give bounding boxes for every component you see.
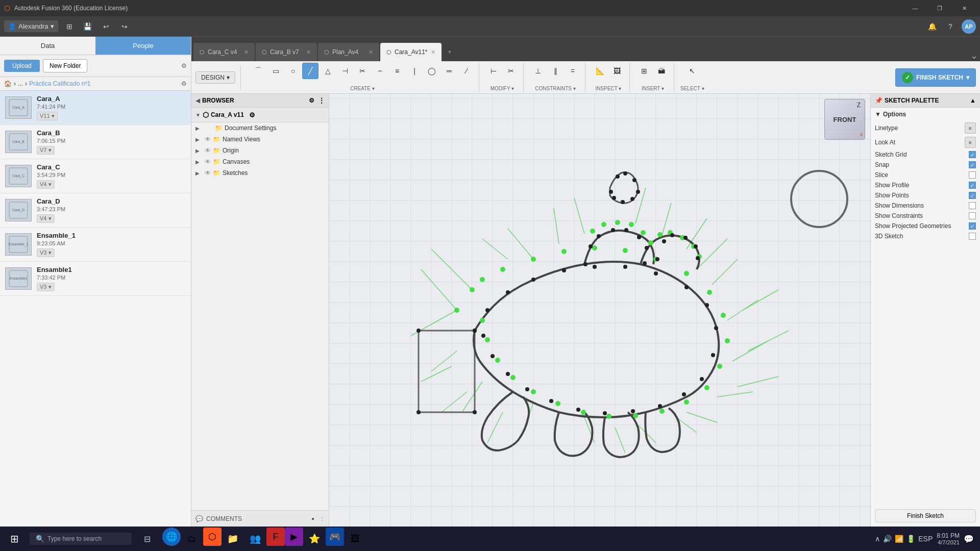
tab-cara_b[interactable]: ⬡ Cara_B v7 ✕ — [256, 43, 317, 61]
tool-equals[interactable]: ═ — [441, 63, 457, 79]
palette-checkbox[interactable] — [969, 202, 976, 209]
browser-item-named-views[interactable]: ▶ 👁 📁 Named Views — [191, 134, 329, 145]
tool-c1[interactable]: ⊥ — [530, 63, 546, 79]
tool-insert1[interactable]: ⊞ — [636, 63, 652, 79]
taskbar-app-orange[interactable]: ⬡ — [203, 528, 222, 546]
palette-icon-btn[interactable]: ≡ — [965, 137, 976, 148]
file-item-cara_b[interactable]: Cara_B Cara_B 7:06:15 PM V7 ▾ — [0, 125, 191, 159]
taskbar-app-blue2[interactable]: 🎮 — [326, 528, 344, 546]
comments-expand-icon[interactable]: ⋮ — [320, 516, 325, 521]
tool-measure[interactable]: ⊢ — [485, 63, 502, 79]
finish-sketch-button[interactable]: ✓ FINISH SKETCH ▾ — [895, 68, 976, 87]
tab-close-icon[interactable]: ✕ — [244, 49, 249, 56]
tool-c2[interactable]: ∥ — [547, 63, 564, 79]
palette-options-header[interactable]: ▼ Options — [875, 111, 976, 118]
sidebar-tab-data[interactable]: Data — [0, 37, 95, 55]
notification-button[interactable]: 🔔 — [925, 19, 939, 34]
file-item-cara_d[interactable]: Cara_D Cara_D 3:47:23 PM V4 ▾ — [0, 193, 191, 228]
palette-checkbox[interactable] — [969, 233, 976, 240]
main-canvas[interactable]: Z FRONT x — [329, 94, 870, 527]
taskbar-app-star[interactable]: ⭐ — [303, 528, 326, 550]
browser-item-canvases[interactable]: ▶ 👁 📁 Canvases — [191, 156, 329, 167]
tab-close-icon[interactable]: ✕ — [431, 49, 435, 56]
taskbar-app-chrome[interactable]: 🌐 — [162, 528, 181, 546]
redo-button[interactable]: ↪ — [117, 19, 132, 34]
tool-inspect1[interactable]: 📐 — [592, 63, 608, 79]
palette-checkbox[interactable] — [969, 151, 976, 158]
tool-vline[interactable]: | — [406, 63, 423, 79]
tool-trim[interactable]: ✂ — [503, 63, 519, 79]
breadcrumb-home-icon[interactable]: 🏠 — [4, 80, 12, 87]
tool-scissors[interactable]: ✂ — [354, 63, 371, 79]
palette-checkbox[interactable] — [969, 222, 976, 230]
tool-circle[interactable]: ○ — [285, 63, 301, 79]
comments-collapse-icon[interactable]: ● — [311, 516, 314, 521]
help-button[interactable]: ? — [943, 19, 958, 34]
lang-indicator[interactable]: ESP — [918, 535, 933, 543]
taskbar-search[interactable]: 🔍 Type here to search — [30, 533, 132, 545]
restore-button[interactable]: ❐ — [928, 0, 951, 16]
browser-item-origin[interactable]: ▶ 👁 📁 Origin — [191, 145, 329, 156]
undo-button[interactable]: ↩ — [99, 19, 113, 34]
palette-pin-icon[interactable]: 📌 — [875, 97, 883, 104]
tool-rect[interactable]: ▭ — [267, 63, 284, 79]
browser-collapse-button[interactable]: ◀ — [195, 97, 200, 104]
file-item-cara_c[interactable]: Cara_C Cara_C 3:54:29 PM V4 ▾ — [0, 159, 191, 193]
tool-hatch[interactable]: ≡ — [389, 63, 405, 79]
sidebar-settings-icon[interactable]: ⚙ — [181, 62, 187, 69]
taskbar-app-teams[interactable]: 👥 — [244, 528, 266, 550]
account-icon[interactable]: AP — [962, 19, 976, 34]
tool-ellipse[interactable]: ◯ — [424, 63, 440, 79]
breadcrumb-settings-icon[interactable]: ⚙ — [181, 80, 187, 87]
palette-expand-icon[interactable]: ▲ — [970, 97, 976, 104]
tool-arc[interactable]: ⌒ — [250, 63, 266, 79]
taskbar-app-photo[interactable]: 🖼 — [344, 528, 366, 550]
tab-list-icon[interactable]: ⌄ — [970, 50, 978, 61]
palette-checkbox[interactable] — [969, 212, 976, 219]
sidebar-tab-people[interactable]: People — [95, 37, 191, 55]
tool-line[interactable]: ╱ — [302, 63, 318, 79]
battery-icon[interactable]: 🔋 — [906, 535, 915, 543]
save-button[interactable]: 💾 — [81, 19, 95, 34]
file-item-cara_a[interactable]: Cara_A Cara_A 7:41:24 PM V11 ▾ — [0, 91, 191, 125]
taskbar-app-purple[interactable]: ▶ — [285, 528, 303, 546]
browser-dots-icon[interactable]: ⋮ — [318, 97, 325, 104]
breadcrumb-ellipsis[interactable]: ... — [18, 80, 23, 87]
close-button[interactable]: ✕ — [952, 0, 976, 16]
volume-icon[interactable]: 🔊 — [883, 535, 892, 543]
browser-item-sketches[interactable]: ▶ 👁 📁 Sketches — [191, 167, 329, 179]
palette-checkbox[interactable] — [969, 182, 976, 189]
palette-checkbox[interactable] — [969, 192, 976, 199]
breadcrumb-project[interactable]: Práctica Calificado nº1 — [29, 80, 90, 87]
system-clock[interactable]: 8:01 PM 4/7/2021 — [937, 532, 960, 545]
palette-icon-btn[interactable]: ≡ — [965, 122, 976, 134]
add-tab-button[interactable]: + — [443, 45, 457, 59]
tab-close-icon[interactable]: ✕ — [306, 49, 311, 56]
browser-settings-icon[interactable]: ⚙ — [309, 97, 314, 104]
tool-insert2[interactable]: 🏔 — [653, 63, 670, 79]
task-view-button[interactable]: ⊟ — [135, 527, 159, 551]
tool-arc2[interactable]: ⌢ — [372, 63, 388, 79]
tool-select[interactable]: ↖ — [684, 63, 700, 79]
grid-view-button[interactable]: ⊞ — [62, 19, 77, 34]
tool-inspect2[interactable]: 🖼 — [609, 63, 625, 79]
finish-sketch-palette-button[interactable]: Finish Sketch — [875, 509, 976, 522]
minimize-button[interactable]: — — [903, 0, 927, 16]
tool-triangle[interactable]: △ — [320, 63, 336, 79]
new-folder-button[interactable]: New Folder — [43, 59, 87, 72]
taskbar-app-red[interactable]: F — [266, 528, 285, 546]
tool-slash[interactable]: ⁄ — [458, 63, 475, 79]
palette-checkbox[interactable] — [969, 171, 976, 179]
chevron-up-icon[interactable]: ∧ — [875, 535, 880, 543]
tab-close-icon[interactable]: ✕ — [369, 49, 373, 56]
tool-c3[interactable]: = — [565, 63, 581, 79]
user-menu[interactable]: 👤 Alexandra ▾ — [4, 20, 58, 32]
upload-button[interactable]: Upload — [4, 60, 40, 72]
file-item-ensamble1[interactable]: Ensamble1 Ensamble1 7:33:42 PM V3 ▾ — [0, 262, 191, 296]
file-item-ensamble_1[interactable]: Ensamble_1 Ensamble_1 9:23:05 AM V3 ▾ — [0, 228, 191, 262]
root-settings-icon[interactable]: ⚙ — [249, 111, 255, 119]
taskbar-app-folder[interactable]: 📁 — [222, 528, 244, 550]
palette-checkbox[interactable] — [969, 161, 976, 168]
network-icon[interactable]: 📶 — [895, 535, 903, 543]
taskbar-app-explorer[interactable]: 🗂 — [181, 528, 203, 550]
